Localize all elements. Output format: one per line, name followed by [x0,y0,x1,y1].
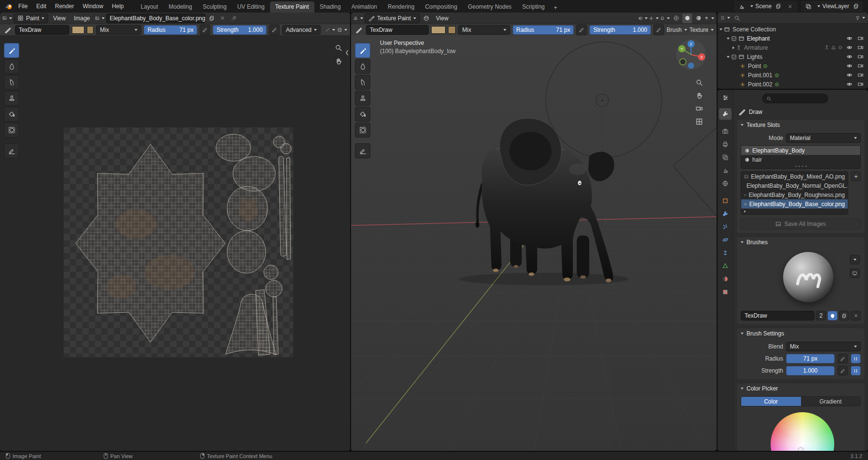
menu-image[interactable]: Image [70,14,93,23]
browse-image-icon[interactable] [95,14,105,23]
brush-preview-sphere[interactable] [783,252,833,302]
tool-soften[interactable] [4,59,19,74]
strength-pressure-icon[interactable] [838,366,848,376]
shading-solid-icon[interactable] [682,14,692,23]
radius-pressure-icon[interactable] [200,25,210,35]
disclosure-icon[interactable] [744,210,746,213]
scene-selector[interactable]: Scene [733,0,798,13]
sidebar-collapse-arrow[interactable]: ❮ [345,50,349,55]
tab-tool[interactable] [719,108,732,120]
tab-uv-editing[interactable]: UV Editing [232,1,270,13]
tool-clone[interactable] [4,91,19,106]
paint-orb-icon[interactable] [421,14,431,23]
tab-rendering[interactable]: Rendering [382,1,420,13]
strength-unified-icon[interactable] [851,366,861,376]
falloff-popover-icon[interactable] [326,25,335,35]
color-wheel-cursor[interactable] [799,448,803,451]
interaction-mode-dropdown[interactable]: Texture Paint [365,14,420,23]
brushes-header[interactable]: Brushes [737,237,865,247]
brush-name-field[interactable]: TexDraw [741,311,814,321]
tab-geometry-nodes[interactable]: Geometry Nodes [462,1,517,13]
strength-slider[interactable]: Strength1.000 [213,25,266,35]
menu-file[interactable]: File [14,1,31,11]
paint-mode-dropdown[interactable]: Paint [14,14,48,23]
tool-mask[interactable] [355,123,370,138]
unlink-brush-icon[interactable] [851,311,861,321]
outliner-row-lights[interactable]: Lights [718,52,868,61]
tab-sculpting[interactable]: Sculpting [198,1,232,13]
disable-render-camera-icon[interactable] [855,61,865,71]
radius-pressure-icon[interactable] [838,354,848,363]
menu-window[interactable]: Window [79,1,107,11]
texture-slots-header[interactable]: Texture Slots [737,120,865,130]
checkbox-checked-icon[interactable] [731,54,737,60]
brush-settings-header[interactable]: Brush Settings [737,328,865,338]
tab-constraints[interactable] [719,247,732,259]
filter-funnel-icon[interactable] [855,13,865,23]
tab-modeling[interactable]: Modeling [163,1,198,13]
new-scene-icon[interactable] [773,1,783,11]
unlink-image-icon[interactable] [218,14,228,23]
viewport-canvas[interactable]: User Perspective (100) BabyelephantBody_… [351,35,717,451]
strength-pressure-icon[interactable] [653,25,664,35]
primary-color-swatch[interactable] [72,26,84,34]
texture-popover[interactable]: Texture [690,27,714,33]
tab-modifiers[interactable] [719,208,732,220]
uv-texture-image[interactable] [64,127,293,357]
secondary-color-swatch[interactable] [448,26,456,34]
material-slot-row[interactable]: hair [741,155,860,164]
image-paint-canvas[interactable]: ❮ [0,35,350,451]
material-slot-row[interactable]: ElephantBaby_Body [741,146,860,155]
tab-texture-paint[interactable]: Texture Paint [270,1,314,13]
pin-icon[interactable] [229,14,239,23]
tool-draw[interactable] [4,43,19,58]
radius-pressure-icon[interactable] [576,25,587,35]
save-all-images-button[interactable]: Save All Images [741,219,861,229]
tab-particles[interactable] [719,221,732,233]
new-image-icon[interactable] [207,14,217,23]
texture-row[interactable]: ElephantBaby_Body_Normal_OpenGL.p... [741,181,848,190]
unlink-scene-icon[interactable] [785,1,795,11]
viewport-camera-icon[interactable] [694,104,704,113]
outliner-search-icon[interactable] [732,13,742,23]
primary-color-swatch[interactable] [431,26,446,34]
hide-eye-icon[interactable] [844,43,854,53]
texture-row-selected[interactable]: ElephantBaby_Body_Base_color.png [741,199,848,209]
tab-render[interactable] [719,125,732,137]
outliner-row-point-002[interactable]: Point.002 [718,80,868,89]
brush-datablock-icon[interactable] [354,25,364,35]
zoom-icon[interactable] [334,43,343,53]
tab-texture[interactable] [719,286,732,298]
strength-pressure-icon[interactable] [269,25,280,35]
hide-eye-icon[interactable] [844,61,854,71]
tool-smear[interactable] [355,75,370,90]
proportional-edit-icon[interactable] [638,14,648,23]
editor-type-properties-icon[interactable] [720,93,730,102]
overlays-toggle-icon[interactable] [660,14,670,23]
gizmos-toggle-icon[interactable] [649,14,659,23]
disclosure-icon[interactable] [727,38,730,40]
brush-popover[interactable]: Brush [666,27,687,33]
viewport-pan-hand-icon[interactable] [694,91,704,100]
hide-eye-icon[interactable] [844,70,854,80]
tab-output[interactable] [719,139,732,150]
menu-view[interactable]: View [433,14,452,23]
gradient-tab[interactable]: Gradient [801,397,861,406]
shading-wireframe-icon[interactable] [671,14,681,23]
blend-dropdown[interactable]: Mix [786,342,861,351]
disclosure-icon[interactable] [719,28,722,30]
view-layer-selector[interactable]: ViewLayer [800,0,864,13]
disable-render-camera-icon[interactable] [855,80,865,89]
tool-smear[interactable] [4,75,19,90]
menu-edit[interactable]: Edit [32,1,50,11]
tab-physics[interactable] [719,234,732,246]
outliner-row-point-001[interactable]: Point.001 [718,70,868,80]
texture-row[interactable]: ElephantBaby_Body_Mixed_AO.png [741,172,848,181]
tool-annotate[interactable] [355,143,370,158]
add-workspace-button[interactable]: + [550,3,561,13]
strength-slider[interactable]: 1.000 [786,366,835,376]
hide-eye-icon[interactable] [844,80,854,89]
outliner-row-scene-collection[interactable]: Scene Collection [718,25,868,34]
tool-soften[interactable] [355,59,370,74]
editor-type-outliner-icon[interactable] [720,13,730,23]
